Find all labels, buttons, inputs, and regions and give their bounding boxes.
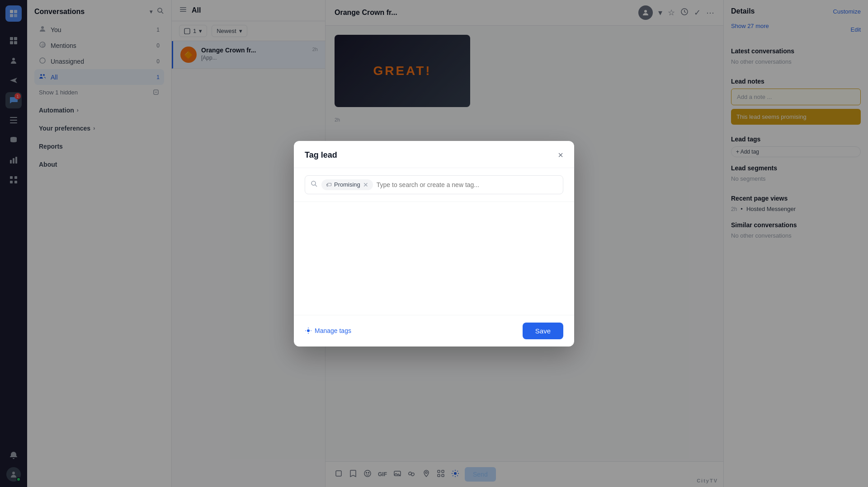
modal-body	[294, 202, 574, 315]
modal-header: Tag lead ×	[294, 141, 574, 168]
remove-tag-button[interactable]: ✕	[363, 181, 368, 188]
manage-tags-button[interactable]: Manage tags	[305, 327, 351, 334]
svg-point-50	[307, 329, 310, 332]
tag-chip-label: Promising	[334, 181, 360, 188]
modal-search-icon	[311, 180, 318, 189]
svg-point-48	[311, 181, 316, 185]
modal-title: Tag lead	[305, 150, 337, 160]
tag-chip-promising: 🏷 Promising ✕	[321, 179, 373, 190]
modal-backdrop[interactable]: Tag lead × 🏷 Promising ✕ Manage	[0, 0, 868, 487]
tag-icon: 🏷	[326, 182, 331, 188]
modal-footer: Manage tags Save	[294, 315, 574, 347]
tag-input-row[interactable]: 🏷 Promising ✕	[305, 175, 563, 194]
modal-close-button[interactable]: ×	[558, 150, 563, 160]
svg-line-49	[315, 185, 317, 187]
manage-tags-label: Manage tags	[315, 327, 351, 334]
save-button[interactable]: Save	[523, 323, 563, 339]
modal-search-area: 🏷 Promising ✕	[294, 168, 574, 202]
tag-lead-modal: Tag lead × 🏷 Promising ✕ Manage	[294, 141, 574, 347]
tag-search-input[interactable]	[377, 181, 557, 188]
